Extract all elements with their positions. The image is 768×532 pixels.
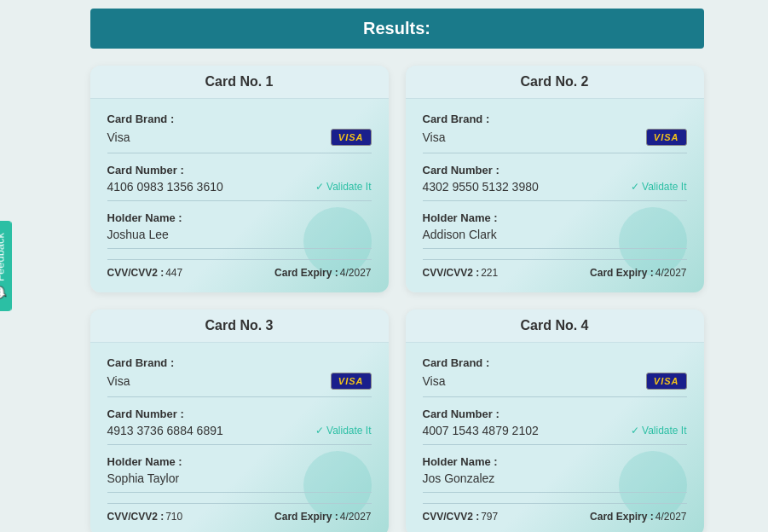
card-footer: CVV/CVV2 : 797 Card Expiry : 4/2027 [423, 503, 687, 523]
brand-field: Visa VISA [423, 129, 687, 153]
number-label: Card Number : [107, 164, 372, 176]
card-4: Card No. 4 Card Brand : Visa VISA Card N… [406, 309, 704, 532]
brand-value: Visa [107, 130, 130, 144]
main-content: Results: Card No. 1 Card Brand : Visa VI… [90, 9, 704, 532]
cvv-value: 447 [165, 267, 182, 279]
card-body: Card Brand : Visa VISA Card Number : 400… [406, 343, 704, 532]
holder-value: Addison Clark [423, 228, 497, 241]
brand-label: Card Brand : [107, 113, 372, 125]
card-title: Card No. 3 [90, 309, 389, 343]
visa-logo: VISA [646, 129, 687, 146]
number-label: Card Number : [423, 164, 687, 176]
holder-label: Holder Name : [107, 211, 372, 224]
cvv-label: CVV/CVV2 : [107, 267, 165, 279]
cvv-label: CVV/CVV2 : [423, 267, 480, 279]
expiry-value: 4/2027 [655, 267, 687, 279]
feedback-tab[interactable]: 💬 Feedback [0, 221, 12, 311]
brand-field: Visa VISA [107, 373, 372, 397]
expiry-label: Card Expiry : [274, 511, 338, 523]
card-title: Card No. 2 [406, 66, 704, 99]
brand-label: Card Brand : [107, 356, 372, 369]
expiry-field: Card Expiry : 4/2027 [590, 267, 686, 279]
card-body: Card Brand : Visa VISA Card Number : 410… [90, 99, 389, 292]
holder-value: Jos Gonzalez [423, 471, 495, 485]
card-footer: CVV/CVV2 : 221 Card Expiry : 4/2027 [423, 259, 687, 279]
expiry-value: 4/2027 [655, 511, 687, 523]
visa-logo: VISA [646, 373, 687, 390]
holder-label: Holder Name : [423, 455, 687, 468]
holder-field: Jos Gonzalez [423, 471, 687, 493]
cards-grid: Card No. 1 Card Brand : Visa VISA Card N… [90, 66, 704, 532]
expiry-value: 4/2027 [340, 511, 372, 523]
holder-field: Sophia Taylor [107, 471, 372, 493]
card-3: Card No. 3 Card Brand : Visa VISA Card N… [90, 309, 389, 532]
expiry-field: Card Expiry : 4/2027 [590, 511, 686, 523]
card-footer: CVV/CVV2 : 710 Card Expiry : 4/2027 [107, 503, 372, 523]
holder-value: Joshua Lee [107, 228, 169, 241]
brand-label: Card Brand : [423, 356, 687, 369]
expiry-label: Card Expiry : [590, 511, 654, 523]
card-title: Card No. 1 [90, 66, 389, 99]
feedback-icon: 💬 [0, 286, 7, 299]
expiry-label: Card Expiry : [274, 267, 338, 279]
holder-value: Sophia Taylor [107, 471, 180, 485]
validate-link[interactable]: Validate It [315, 181, 371, 193]
visa-logo: VISA [331, 373, 372, 390]
validate-link[interactable]: Validate It [631, 425, 686, 437]
expiry-field: Card Expiry : 4/2027 [274, 511, 371, 523]
holder-field: Addison Clark [423, 228, 687, 249]
holder-field: Joshua Lee [107, 228, 372, 249]
card-body: Card Brand : Visa VISA Card Number : 430… [406, 99, 704, 292]
cvv-field: CVV/CVV2 : 797 [423, 511, 499, 523]
brand-field: Visa VISA [423, 373, 687, 397]
brand-label: Card Brand : [423, 113, 687, 125]
brand-value: Visa [107, 374, 130, 388]
number-field: 4106 0983 1356 3610 Validate It [107, 180, 372, 201]
expiry-field: Card Expiry : 4/2027 [274, 267, 371, 279]
cvv-field: CVV/CVV2 : 710 [107, 511, 183, 523]
brand-value: Visa [423, 374, 446, 388]
cvv-value: 221 [481, 267, 498, 279]
results-header: Results: [90, 9, 704, 49]
number-field: 4913 3736 6884 6891 Validate It [107, 424, 372, 445]
cvv-field: CVV/CVV2 : 221 [423, 267, 499, 279]
cvv-label: CVV/CVV2 : [423, 511, 480, 523]
card-title: Card No. 4 [406, 309, 704, 343]
visa-logo: VISA [331, 129, 372, 146]
card-number: 4302 9550 5132 3980 [423, 180, 539, 194]
card-footer: CVV/CVV2 : 447 Card Expiry : 4/2027 [107, 259, 372, 279]
cvv-value: 710 [165, 511, 182, 523]
card-body: Card Brand : Visa VISA Card Number : 491… [90, 343, 389, 532]
card-number: 4007 1543 4879 2102 [423, 424, 539, 437]
expiry-value: 4/2027 [340, 267, 372, 279]
brand-value: Visa [423, 130, 446, 144]
card-number: 4106 0983 1356 3610 [107, 180, 223, 194]
holder-label: Holder Name : [107, 455, 372, 468]
card-1: Card No. 1 Card Brand : Visa VISA Card N… [90, 66, 389, 292]
number-field: 4302 9550 5132 3980 Validate It [423, 180, 687, 201]
number-field: 4007 1543 4879 2102 Validate It [423, 424, 687, 445]
expiry-label: Card Expiry : [590, 267, 654, 279]
cvv-value: 797 [481, 511, 498, 523]
cvv-label: CVV/CVV2 : [107, 511, 165, 523]
cvv-field: CVV/CVV2 : 447 [107, 267, 183, 279]
card-2: Card No. 2 Card Brand : Visa VISA Card N… [406, 66, 704, 292]
feedback-label: Feedback [0, 233, 7, 281]
holder-label: Holder Name : [423, 211, 687, 224]
card-number: 4913 3736 6884 6891 [107, 424, 223, 437]
validate-link[interactable]: Validate It [631, 181, 686, 193]
number-label: Card Number : [107, 408, 372, 420]
brand-field: Visa VISA [107, 129, 372, 153]
number-label: Card Number : [423, 408, 687, 420]
validate-link[interactable]: Validate It [315, 425, 371, 437]
